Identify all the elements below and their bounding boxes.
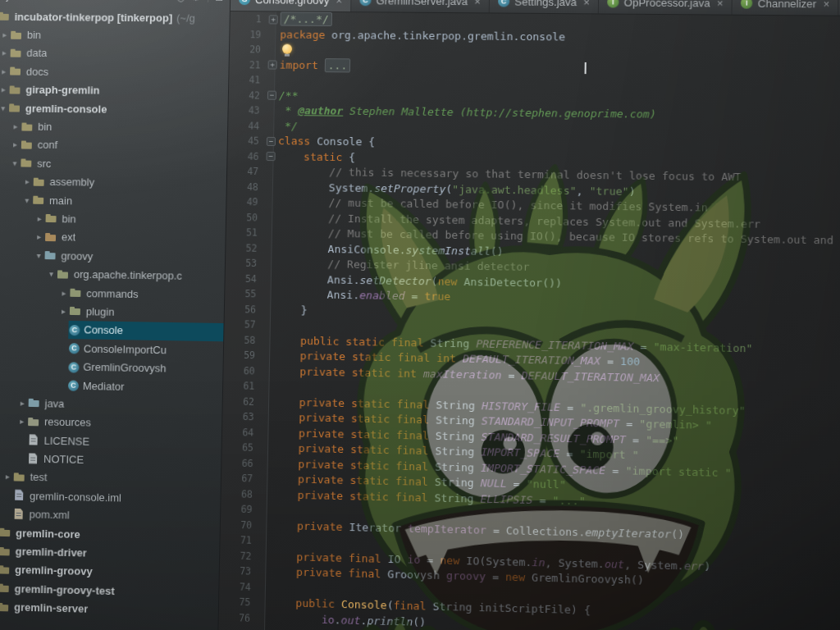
tree-item-label: bin bbox=[27, 29, 41, 41]
tab-settings-java[interactable]: CSettings.java× bbox=[490, 0, 600, 13]
tree-item-label: resources bbox=[44, 416, 91, 429]
chevron-down-icon[interactable]: ▾ bbox=[34, 251, 44, 260]
chevron-down-icon[interactable]: ▾ bbox=[9, 158, 20, 167]
fold-marker bbox=[256, 549, 271, 564]
tree-item-label: gremlin-core bbox=[16, 527, 80, 541]
tree-item-content: bin bbox=[10, 25, 230, 46]
close-icon[interactable]: × bbox=[717, 0, 724, 9]
close-icon[interactable]: × bbox=[583, 0, 590, 8]
fold-marker[interactable]: − bbox=[264, 134, 278, 149]
folder-icon bbox=[10, 47, 24, 60]
tree-item-content: assembly bbox=[33, 172, 227, 193]
chevron-right-icon[interactable]: ▸ bbox=[58, 288, 69, 297]
fold-marker[interactable]: − bbox=[263, 148, 277, 164]
tree-item-main[interactable]: ▾main bbox=[0, 190, 226, 212]
close-icon[interactable]: × bbox=[823, 0, 829, 10]
fold-marker bbox=[261, 302, 275, 317]
fold-marker bbox=[266, 42, 280, 57]
line-number: 74 bbox=[219, 578, 256, 595]
fold-marker bbox=[258, 471, 272, 486]
tree-item-gremlin-console[interactable]: ▾gremlin-console bbox=[0, 98, 228, 120]
gear-icon[interactable]: ⚙ bbox=[191, 0, 200, 3]
module-icon bbox=[0, 600, 11, 614]
tab-label: GremlinServer.java bbox=[376, 0, 468, 7]
tree-item-bin[interactable]: ▸bin bbox=[0, 116, 227, 138]
folder-icon bbox=[10, 28, 24, 41]
fold-marker[interactable]: + bbox=[265, 57, 279, 73]
fold-marker bbox=[262, 256, 276, 272]
chevron-right-icon[interactable]: ▸ bbox=[22, 177, 33, 186]
module-icon bbox=[0, 582, 11, 596]
tree-item-label: test bbox=[30, 471, 47, 484]
tree-item-giraph-gremlin[interactable]: ▸giraph-gremlin bbox=[0, 80, 228, 101]
fold-marker bbox=[259, 394, 273, 409]
tree-item-bin[interactable]: ▸bin bbox=[0, 25, 229, 46]
line-number: 47 bbox=[227, 164, 263, 180]
line-number: 72 bbox=[220, 548, 257, 564]
tree-item-content: giraph-gremlin bbox=[8, 80, 228, 101]
tab-console-groovy[interactable]: GConsole.groovy× bbox=[231, 0, 352, 11]
tree-item-label: bin bbox=[62, 212, 76, 225]
chevron-right-icon[interactable]: ▸ bbox=[17, 398, 28, 407]
class-icon: C bbox=[69, 343, 80, 354]
tree-item-label: bin bbox=[38, 121, 52, 133]
ide-window: Project ▾ ◎ ⚙ ⊟ ▾incubator-tinkerpop [ti… bbox=[0, 0, 840, 630]
fold-marker bbox=[259, 409, 273, 425]
chevron-down-icon[interactable]: ▾ bbox=[46, 269, 57, 278]
chevron-down-icon[interactable]: ▾ bbox=[0, 103, 8, 112]
panel-title[interactable]: Project bbox=[0, 0, 22, 2]
code-editor[interactable]: 1+/*...*/19package org.apache.tinkerpop.… bbox=[218, 11, 840, 630]
chevron-right-icon[interactable]: ▸ bbox=[10, 121, 21, 130]
fold-marker bbox=[259, 379, 273, 395]
chevron-down-icon[interactable]: ▾ bbox=[21, 195, 32, 204]
close-icon[interactable]: × bbox=[474, 0, 481, 7]
chevron-right-icon[interactable]: ▸ bbox=[0, 85, 9, 94]
fold-marker bbox=[262, 272, 276, 287]
tab-gremlinserver-java[interactable]: CGremlinServer.java× bbox=[351, 0, 490, 12]
chevron-right-icon[interactable]: ▸ bbox=[10, 140, 21, 149]
chevron-right-icon[interactable]: ▸ bbox=[58, 307, 69, 316]
tree-item-content: CConsoleImportCu bbox=[68, 339, 223, 360]
class-icon: C bbox=[69, 325, 80, 336]
fold-marker bbox=[264, 103, 278, 119]
tab-channelizer[interactable]: IChannelizer× bbox=[733, 0, 839, 16]
line-number: 70 bbox=[221, 517, 258, 533]
close-icon[interactable]: × bbox=[336, 0, 343, 7]
fold-marker bbox=[260, 363, 274, 379]
tree-item-conf[interactable]: ▸conf bbox=[0, 135, 227, 157]
hide-panel-icon[interactable]: ⊟ bbox=[215, 0, 223, 3]
chevron-right-icon[interactable]: ▸ bbox=[0, 48, 10, 57]
tree-item-label: Mediator bbox=[83, 379, 125, 392]
tree-item-docs[interactable]: ▸docs bbox=[0, 62, 229, 82]
tree-item-incubator-tinkerpop-tinkerpo[interactable]: ▾incubator-tinkerpop [tinkerpop](~/g bbox=[0, 7, 230, 28]
tree-item-content: bin bbox=[44, 209, 226, 230]
tree-item-label: groovy bbox=[61, 249, 93, 262]
tree-item-data[interactable]: ▸data bbox=[0, 43, 229, 64]
project-tree[interactable]: ▾incubator-tinkerpop [tinkerpop](~/g▸bin… bbox=[0, 6, 230, 630]
line-number: 51 bbox=[226, 225, 262, 240]
fold-marker bbox=[266, 27, 280, 43]
line-number: 52 bbox=[226, 240, 262, 256]
tree-item-label: src bbox=[37, 158, 52, 170]
fold-marker bbox=[263, 164, 277, 180]
tab-label: OpProcessor.java bbox=[624, 0, 710, 9]
chevron-right-icon[interactable]: ▸ bbox=[34, 214, 45, 223]
chevron-right-icon[interactable]: ▸ bbox=[34, 232, 44, 241]
tree-item-label: ext bbox=[62, 231, 76, 244]
fold-marker bbox=[257, 533, 272, 549]
interface-file-icon: I bbox=[741, 0, 753, 9]
tree-item-src[interactable]: ▾src bbox=[0, 153, 226, 175]
class-icon: C bbox=[68, 381, 79, 391]
fold-marker[interactable]: − bbox=[265, 88, 279, 103]
scroll-from-source-icon[interactable]: ◎ bbox=[176, 0, 185, 3]
intention-bulb-icon[interactable] bbox=[282, 44, 292, 54]
chevron-right-icon[interactable]: ▸ bbox=[2, 472, 13, 481]
fold-marker bbox=[257, 502, 272, 518]
chevron-right-icon[interactable]: ▸ bbox=[16, 417, 27, 426]
tab-opprocessor-java[interactable]: IOpProcessor.java× bbox=[599, 0, 733, 15]
line-number: 73 bbox=[220, 563, 257, 579]
chevron-right-icon[interactable]: ▸ bbox=[0, 66, 9, 75]
fold-marker[interactable]: + bbox=[267, 11, 281, 27]
header-divider bbox=[208, 0, 208, 2]
chevron-right-icon[interactable]: ▸ bbox=[0, 30, 10, 39]
